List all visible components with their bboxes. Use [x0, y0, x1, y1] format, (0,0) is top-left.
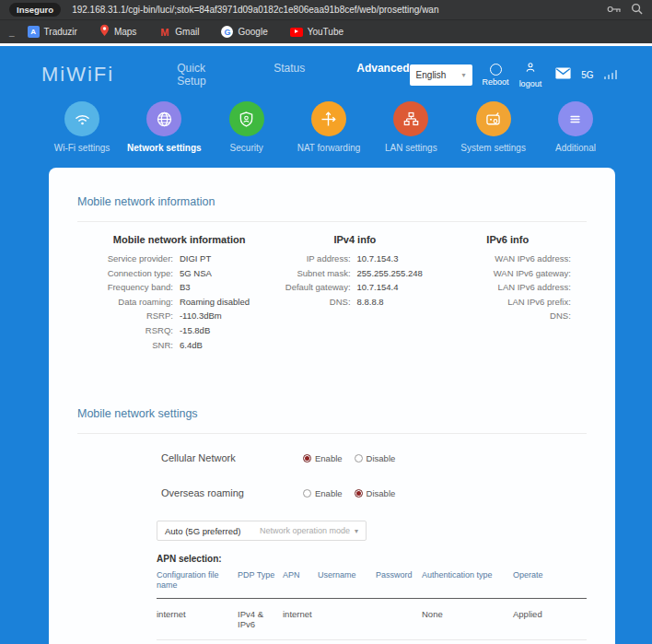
lan-tree-icon: [393, 101, 428, 136]
info-section-title: Mobile network information: [77, 195, 587, 208]
url-bar[interactable]: Inseguro 192.168.31.1/cgi-bin/luci/;stok…: [0, 0, 652, 19]
info-row: LAN IPv6 prefix:: [429, 295, 587, 310]
column-heading: Mobile network information: [77, 234, 281, 245]
router-gear-icon: [476, 101, 511, 136]
info-row: WAN IPv6 address:: [429, 252, 587, 266]
info-row: Service provider:DIGI PT: [77, 252, 281, 266]
miwifi-logo: MiWiFi: [41, 63, 114, 87]
apn-table-row[interactable]: internet IPv4 & IPv6 internet None Appli…: [157, 599, 587, 640]
ipv6-info-column: IPv6 info WAN IPv6 address: WAN IPv6 gat…: [429, 234, 587, 352]
browser-chrome: Inseguro 192.168.31.1/cgi-bin/luci/;stok…: [0, 0, 652, 43]
password-key-icon[interactable]: [607, 2, 622, 18]
apn-table-header: Configuration file name PDP Type APN Use…: [157, 564, 587, 599]
signal-strength-icon: [604, 70, 618, 79]
translate-icon: A: [28, 26, 40, 38]
nav-quick-setup[interactable]: Quick Setup: [177, 62, 222, 88]
settings-icon-nav: Wi-Fi settings Network settings Security…: [0, 92, 652, 168]
menu-lines-icon: [558, 101, 593, 136]
bookmarks-bar: _ A Traduzir Maps M Gmail G Google YouTu…: [0, 19, 652, 43]
main-nav: Quick Setup Status Advanced: [177, 62, 409, 88]
logout-button[interactable]: logout: [519, 61, 542, 88]
info-row: DNS:: [429, 309, 587, 323]
address-url[interactable]: 192.168.31.1/cgi-bin/luci/;stok=84af3971…: [72, 5, 607, 15]
info-row: WAN IPv6 gateway:: [429, 266, 587, 281]
map-pin-icon: [99, 24, 110, 41]
reboot-icon: [490, 64, 502, 76]
globe-icon: [146, 101, 181, 136]
language-select[interactable]: English ▾: [410, 64, 472, 86]
bookmark-overflow-dash: _: [9, 27, 15, 37]
google-icon: G: [221, 26, 233, 38]
reboot-button[interactable]: Reboot: [483, 64, 509, 87]
info-row: Data roaming:Roaming disabled: [77, 295, 281, 310]
tab-wifi-settings[interactable]: Wi-Fi settings: [44, 101, 120, 153]
divider: [77, 221, 587, 222]
divider: [77, 433, 587, 434]
info-row: Connection type:5G NSA: [77, 266, 281, 281]
roaming-enable-radio[interactable]: [303, 489, 311, 498]
bookmark-maps[interactable]: Maps: [99, 24, 136, 41]
overseas-roaming-row: Overseas roaming Enable Disable: [161, 485, 587, 501]
apn-table: Configuration file name PDP Type APN Use…: [157, 564, 587, 640]
apn-selection-label: APN selection:: [157, 554, 587, 564]
tab-nat-forwarding[interactable]: NAT forwarding: [291, 101, 367, 153]
router-admin-page: MiWiFi Quick Setup Status Advanced Engli…: [0, 43, 652, 644]
info-row: Frequency band:B3: [77, 280, 281, 295]
info-row: SNR:6.4dB: [77, 338, 281, 353]
network-type-badge: 5G: [581, 70, 593, 80]
youtube-icon: [290, 28, 303, 37]
person-icon: [524, 61, 537, 77]
cellular-network-label: Cellular Network: [161, 452, 303, 463]
tab-security[interactable]: Security: [209, 101, 285, 153]
site-header: MiWiFi Quick Setup Status Advanced Engli…: [0, 46, 652, 92]
chevron-down-icon: ▾: [355, 527, 358, 535]
crossing-arrows-icon: [311, 101, 346, 136]
network-mode-select[interactable]: Auto (5G preferred) Network operation mo…: [157, 521, 367, 541]
wifi-icon: [64, 101, 99, 136]
tab-network-settings[interactable]: Network settings: [126, 101, 202, 153]
info-row: Default gateway:10.7.154.4: [281, 280, 428, 295]
info-row: RSRP:-110.3dBm: [77, 309, 281, 323]
bookmark-gmail[interactable]: M Gmail: [158, 26, 199, 38]
column-heading: IPv4 info: [281, 234, 428, 245]
cellular-enable-radio[interactable]: [303, 454, 311, 463]
content-card: Mobile network information Mobile networ…: [49, 168, 615, 644]
info-row: RSRQ:-15.8dB: [77, 323, 281, 338]
bookmark-youtube[interactable]: YouTube: [290, 27, 343, 37]
roaming-disable-radio[interactable]: [355, 489, 363, 498]
mail-icon[interactable]: [555, 66, 571, 83]
bookmark-google[interactable]: G Google: [221, 26, 267, 38]
ipv4-info-column: IPv4 info IP address:10.7.154.3 Subnet m…: [281, 234, 428, 352]
info-row: LAN IPv6 address:: [429, 280, 587, 295]
chevron-down-icon: ▾: [462, 71, 466, 79]
zoom-search-icon[interactable]: [631, 2, 643, 18]
info-row: DNS:8.8.8.8: [281, 295, 428, 310]
security-badge[interactable]: Inseguro: [9, 3, 61, 17]
info-row: IP address:10.7.154.3: [281, 252, 428, 266]
settings-section-title: Mobile network settings: [77, 407, 587, 420]
overseas-roaming-label: Overseas roaming: [161, 487, 303, 498]
network-info-panel: Mobile network information Service provi…: [77, 234, 587, 352]
apn-row-status: Applied: [513, 609, 587, 629]
nav-status[interactable]: Status: [274, 62, 305, 88]
shield-icon: [229, 101, 264, 136]
tab-lan-settings[interactable]: LAN settings: [373, 101, 448, 153]
column-heading: IPv6 info: [429, 234, 587, 245]
gmail-icon: M: [158, 26, 170, 38]
nav-advanced[interactable]: Advanced: [356, 62, 409, 88]
cellular-disable-radio[interactable]: [355, 454, 363, 463]
tab-additional[interactable]: Additional: [538, 101, 613, 153]
info-row: Subnet mask:255.255.255.248: [281, 266, 428, 281]
tab-system-settings[interactable]: System settings: [456, 101, 531, 153]
mobile-info-column: Mobile network information Service provi…: [77, 234, 281, 352]
bookmark-traduzir[interactable]: A Traduzir: [28, 26, 77, 38]
cellular-network-row: Cellular Network Enable Disable: [161, 450, 587, 466]
